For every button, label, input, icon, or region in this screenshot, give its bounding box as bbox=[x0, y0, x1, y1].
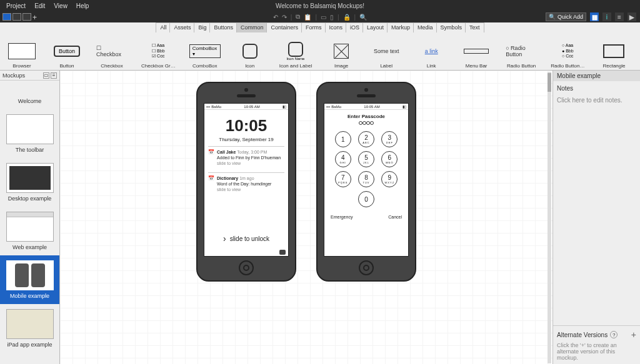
notes-label: Notes bbox=[557, 85, 636, 92]
sidebar-item-ipad-app-example[interactable]: iPad app example bbox=[0, 304, 59, 353]
paste-icon[interactable]: 📋 bbox=[304, 14, 311, 21]
menu-view[interactable]: View bbox=[50, 1, 71, 11]
inspector-panel: Mobile example Notes Click here to edit … bbox=[552, 71, 640, 364]
passcode-dots bbox=[324, 121, 408, 126]
present-icon[interactable]: ▶ bbox=[628, 12, 636, 21]
tab-layout[interactable]: Layout bbox=[362, 22, 388, 32]
emergency-button[interactable]: Emergency bbox=[331, 215, 352, 219]
canvas-scrollbar[interactable] bbox=[548, 72, 551, 363]
keypad-1[interactable]: 1 bbox=[335, 131, 351, 147]
view-thumbnails-icon[interactable] bbox=[12, 13, 21, 21]
lock-clock: 10:05 bbox=[204, 116, 288, 135]
add-mockup-icon[interactable]: + bbox=[32, 13, 41, 21]
nav-view2-icon[interactable]: ≡ bbox=[51, 72, 57, 79]
cancel-button[interactable]: Cancel bbox=[388, 215, 402, 219]
sidebar-item-welcome[interactable]: Welcome bbox=[0, 81, 59, 109]
palette-menu-bar[interactable]: Menu Bar bbox=[461, 35, 492, 69]
keypad-5[interactable]: 5JKL bbox=[358, 151, 374, 167]
lock-date: Thursday, September 19 bbox=[204, 137, 288, 142]
keypad-8[interactable]: 8TUV bbox=[358, 171, 374, 187]
keypad-0[interactable]: 0 bbox=[358, 191, 374, 207]
keypad-2[interactable]: 2ABC bbox=[358, 131, 374, 147]
undo-icon[interactable]: ↶ bbox=[273, 14, 278, 21]
keypad-3[interactable]: 3DEF bbox=[381, 131, 398, 147]
keypad-7[interactable]: 7PQRS bbox=[335, 171, 351, 187]
signal-icon: ••• bbox=[206, 105, 210, 109]
properties-icon[interactable]: ≡ bbox=[615, 12, 624, 21]
lock-icon[interactable]: 🔒 bbox=[343, 14, 351, 21]
sidebar-item-mobile-example[interactable]: Mobile example bbox=[0, 255, 59, 304]
menu-bar: ProjectEditViewHelp Welcome to Balsamiq … bbox=[0, 0, 640, 11]
tab-text[interactable]: Text bbox=[465, 22, 484, 32]
zoom-icon[interactable]: 🔍 bbox=[359, 14, 367, 21]
keypad-9[interactable]: 9WXYZ bbox=[381, 171, 398, 187]
sidebar-item-desktop-example[interactable]: Desktop example bbox=[0, 158, 59, 207]
palette-image[interactable]: Image bbox=[326, 35, 357, 69]
tab-buttons[interactable]: Buttons bbox=[209, 22, 238, 32]
library-toggle-icon[interactable]: ▦ bbox=[590, 12, 599, 21]
tab-icons[interactable]: Icons bbox=[325, 22, 348, 32]
main-toolbar: + ↶ ↷ | ⧉ 📋 | ▭ ▯ | 🔒 | 🔍 🔍 Quick Add ▦ … bbox=[0, 11, 640, 22]
tab-ios[interactable]: iOS bbox=[346, 22, 364, 32]
tab-forms[interactable]: Forms bbox=[301, 22, 326, 32]
phone-lockscreen-mockup[interactable]: ••• BaMo 10:05 AM ▮▯ 10:05 Thursday, Sep… bbox=[196, 82, 296, 282]
ungroup-icon[interactable]: ▯ bbox=[330, 14, 334, 21]
tab-assets[interactable]: Assets bbox=[169, 22, 195, 32]
notes-input[interactable]: Click here to edit notes. bbox=[557, 97, 636, 104]
inspector-title: Mobile example bbox=[553, 71, 640, 81]
navigator-header: Mockups ▭ ≡ bbox=[0, 71, 59, 81]
tab-media[interactable]: Media bbox=[413, 22, 438, 32]
ui-library: AllAssetsBigButtonsCommonContainersForms… bbox=[0, 22, 640, 71]
redo-icon[interactable]: ↷ bbox=[282, 14, 287, 21]
alt-versions-label: Alternate Versions bbox=[557, 332, 608, 338]
palette-checkbox[interactable]: ☐ CheckboxCheckbox bbox=[96, 35, 128, 69]
sidebar-item-the-toolbar[interactable]: The toolbar bbox=[0, 109, 59, 158]
menu-help[interactable]: Help bbox=[72, 1, 93, 11]
palette-label[interactable]: Some textLabel bbox=[371, 35, 402, 69]
canvas[interactable]: ••• BaMo 10:05 AM ▮▯ 10:05 Thursday, Sep… bbox=[60, 71, 552, 364]
tab-big[interactable]: Big bbox=[194, 22, 211, 32]
battery-icon: ▮▯ bbox=[282, 104, 286, 109]
palette-radio-button[interactable]: ○ Radio ButtonRadio Button bbox=[506, 35, 537, 69]
window-title: Welcome to Balsamiq Mockups! bbox=[0, 2, 640, 9]
palette-radio-button-[interactable]: ○ Aaa● Bbb○ CccRadio Button… bbox=[551, 35, 584, 69]
notification-card[interactable]: Dictionary 1m agoWord of the Day: humdin… bbox=[208, 172, 284, 195]
help-icon[interactable]: ? bbox=[610, 331, 618, 338]
tab-all[interactable]: All bbox=[156, 22, 171, 32]
navigator-panel: Mockups ▭ ≡ WelcomeThe toolbarDesktop ex… bbox=[0, 71, 60, 364]
camera-icon[interactable] bbox=[279, 250, 286, 255]
nav-view1-icon[interactable]: ▭ bbox=[43, 72, 49, 79]
info-icon[interactable]: i bbox=[602, 12, 611, 21]
view-grid-icon[interactable] bbox=[22, 13, 31, 21]
signal-icon: ••• bbox=[326, 105, 330, 109]
tab-containers[interactable]: Containers bbox=[266, 22, 302, 32]
sidebar-item-web-example[interactable]: Web example bbox=[0, 207, 59, 255]
palette-icon[interactable]: Icon bbox=[234, 35, 266, 69]
toggle-sidebar-icon[interactable] bbox=[2, 13, 11, 21]
add-version-button[interactable]: + bbox=[631, 330, 636, 340]
search-icon: 🔍 bbox=[549, 14, 556, 20]
copy-icon[interactable]: ⧉ bbox=[296, 13, 300, 21]
battery-icon: ▮▯ bbox=[402, 104, 406, 109]
passcode-heading: Enter Passcode bbox=[324, 114, 408, 119]
keypad-6[interactable]: 6MNO bbox=[381, 151, 398, 167]
tab-markup[interactable]: Markup bbox=[387, 22, 414, 32]
menu-project[interactable]: Project bbox=[2, 1, 29, 11]
palette-browser[interactable]: Browser bbox=[6, 35, 38, 69]
menu-edit[interactable]: Edit bbox=[31, 1, 49, 11]
palette-link[interactable]: a linkLink bbox=[416, 35, 447, 69]
palette-combobox[interactable]: ComboBox ▾ComboBox bbox=[189, 35, 221, 69]
palette-button[interactable]: ButtonButton bbox=[51, 35, 82, 69]
alt-versions-desc: Click the '+' to create an alternate ver… bbox=[557, 342, 636, 361]
tab-symbols[interactable]: Symbols bbox=[436, 22, 467, 32]
palette-checkbox-gr-[interactable]: ☐ Aaa☐ Bbb☑ CccCheckbox Gr… bbox=[141, 35, 176, 69]
slide-to-unlock[interactable]: slide to unlock bbox=[204, 234, 288, 243]
tab-common[interactable]: Common bbox=[236, 22, 268, 32]
phone-passcode-mockup[interactable]: ••• BaMo 10:05 AM ▮▯ Enter Passcode 12AB… bbox=[316, 82, 416, 282]
group-icon[interactable]: ▭ bbox=[321, 14, 326, 21]
notification-card[interactable]: Call Jake Today, 3:00 PMAdded to Finn by… bbox=[208, 146, 284, 169]
quick-add-input[interactable]: 🔍 Quick Add bbox=[546, 12, 586, 21]
palette-icon-and-label[interactable]: Icon NameIcon and Label bbox=[279, 35, 312, 69]
palette-rectangle[interactable]: Rectangle bbox=[598, 35, 629, 69]
keypad-4[interactable]: 4GHI bbox=[335, 151, 351, 167]
